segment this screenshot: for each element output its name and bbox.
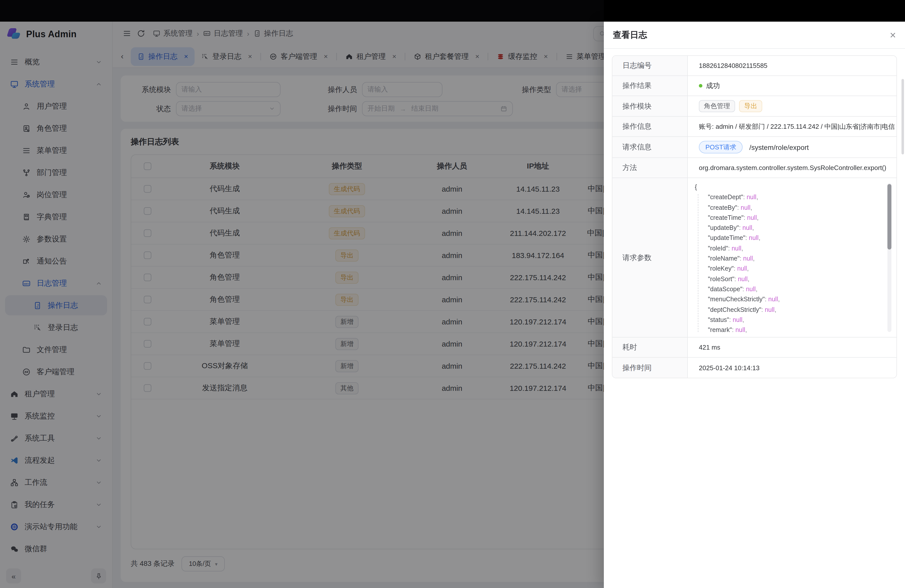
detail-label: 日志编号 <box>612 56 688 75</box>
module-tag: 角色管理 <box>699 100 735 112</box>
detail-row-操作时间: 操作时间2025-01-24 10:14:13 <box>612 358 897 378</box>
detail-row-请求信息: 请求信息POST请求/system/role/export <box>612 137 897 158</box>
detail-label: 操作结果 <box>612 76 688 95</box>
detail-row-操作信息: 操作信息账号: admin / 研发部门 / 222.175.114.242 /… <box>612 117 897 137</box>
detail-value: org.dromara.system.controller.system.Sys… <box>688 158 897 178</box>
drawer-body: 日志编号1882612840802115585操作结果成功操作模块角色管理导出操… <box>604 49 905 588</box>
detail-row-操作结果: 操作结果成功 <box>612 76 897 96</box>
code-line: "roleName": null, <box>695 254 892 264</box>
detail-row-日志编号: 日志编号1882612840802115585 <box>612 56 897 76</box>
code-line: "deptCheckStrictly": null, <box>695 305 892 315</box>
code-line: "createTime": null, <box>695 213 892 223</box>
code-line: "roleSort": null, <box>695 274 892 284</box>
detail-value: 421 ms <box>688 337 897 357</box>
detail-value: 1882612840802115585 <box>688 56 897 75</box>
code-line: "roleId": null, <box>695 243 892 254</box>
detail-label: 操作时间 <box>612 358 688 378</box>
close-icon[interactable]: × <box>890 30 896 40</box>
code-line: "status": null, <box>695 315 892 325</box>
detail-label: 操作模块 <box>612 96 688 116</box>
modal-dim-overlay[interactable] <box>0 0 604 588</box>
detail-value: POST请求/system/role/export <box>688 137 897 157</box>
code-line: "roleKey": null, <box>695 264 892 274</box>
result-text: 成功 <box>706 81 720 90</box>
request-path: /system/role/export <box>749 143 809 151</box>
code-line: "remark": null, <box>695 325 892 333</box>
screen: Plus Admin 概览系统管理用户管理角色管理菜单管理部门管理岗位管理字典管… <box>0 0 905 588</box>
drawer-header: 查看日志 × <box>604 22 905 49</box>
detail-label: 请求信息 <box>612 137 688 157</box>
code-line: { <box>695 182 892 192</box>
detail-label: 耗时 <box>612 337 688 357</box>
detail-row-耗时: 耗时421 ms <box>612 337 897 358</box>
code-line: "createBy": null, <box>695 202 892 213</box>
detail-label: 操作信息 <box>612 117 688 136</box>
code-line: "createDept": null, <box>695 192 892 203</box>
drawer-scrollbar[interactable] <box>902 79 904 154</box>
detail-label: 方法 <box>612 158 688 178</box>
detail-row-操作模块: 操作模块角色管理导出 <box>612 96 897 117</box>
code-line: "updateBy": null, <box>695 223 892 233</box>
detail-value: {"createDept": null,"createBy": null,"cr… <box>688 178 897 337</box>
drawer-title: 查看日志 <box>613 29 647 41</box>
code-line: "menuCheckStrictly": null, <box>695 294 892 305</box>
view-log-drawer: 查看日志 × 日志编号1882612840802115585操作结果成功操作模块… <box>604 22 905 588</box>
success-dot-icon <box>699 84 702 87</box>
detail-value: 2025-01-24 10:14:13 <box>688 358 897 378</box>
detail-value: 成功 <box>688 76 897 95</box>
detail-row-请求参数: 请求参数{"createDept": null,"createBy": null… <box>612 178 897 337</box>
detail-row-方法: 方法org.dromara.system.controller.system.S… <box>612 158 897 178</box>
detail-value: 角色管理导出 <box>688 96 897 116</box>
code-scrollbar-thumb[interactable] <box>888 184 891 250</box>
post-method-badge: POST请求 <box>699 141 743 153</box>
code-line: "dataScope": null, <box>695 284 892 294</box>
request-params-code-block[interactable]: {"createDept": null,"createBy": null,"cr… <box>695 182 892 333</box>
detail-value: 账号: admin / 研发部门 / 222.175.114.242 / 中国|… <box>688 117 897 136</box>
code-line: "updateTime": null, <box>695 233 892 243</box>
detail-label: 请求参数 <box>612 178 688 337</box>
log-detail-table: 日志编号1882612840802115585操作结果成功操作模块角色管理导出操… <box>612 55 897 378</box>
module-tag: 导出 <box>739 100 762 112</box>
indent-guide <box>698 194 699 332</box>
